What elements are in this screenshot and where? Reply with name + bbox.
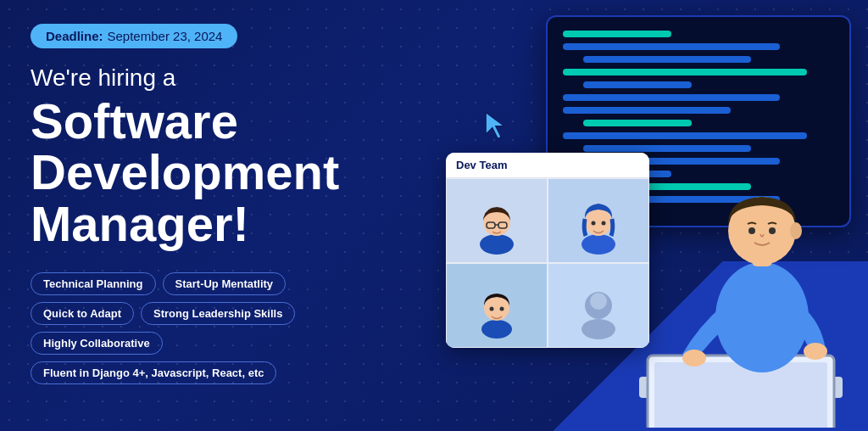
code-line xyxy=(563,69,807,76)
avatar-2 xyxy=(548,178,649,263)
svg-point-26 xyxy=(804,343,827,360)
code-line xyxy=(563,31,671,37)
code-line xyxy=(563,132,807,139)
avatar-1 xyxy=(446,178,548,263)
svg-point-24 xyxy=(769,227,776,234)
svg-point-15 xyxy=(590,293,607,310)
job-title-line2: Development xyxy=(31,147,376,199)
deadline-badge: Deadline: September 23, 2024 xyxy=(31,24,237,48)
svg-point-13 xyxy=(581,319,615,339)
tag-strong-leadership: Strong Leadership Skills xyxy=(141,302,295,325)
job-title: Software Development Manager! xyxy=(31,96,376,251)
tag-highly-collaborative: Highly Collaborative xyxy=(31,332,163,355)
svg-point-8 xyxy=(602,221,606,226)
svg-rect-18 xyxy=(654,362,827,428)
tag-technical-planning: Technical Planning xyxy=(31,272,156,295)
content-area: Deadline: September 23, 2024 We're hirin… xyxy=(0,0,868,431)
svg-point-6 xyxy=(585,209,612,236)
avatar-3 xyxy=(446,263,548,348)
tag-quick-adapt: Quick to Adapt xyxy=(31,302,134,325)
deadline-date: September 23, 2024 xyxy=(108,29,223,43)
dev-team-window: Dev Team xyxy=(446,153,649,348)
cursor-arrow xyxy=(483,110,510,144)
code-line xyxy=(583,81,692,88)
svg-point-22 xyxy=(790,222,802,239)
person-illustration xyxy=(614,139,851,431)
job-title-line3: Manager! xyxy=(31,199,376,250)
svg-point-23 xyxy=(748,227,755,234)
code-line xyxy=(583,120,692,126)
svg-point-11 xyxy=(490,307,494,311)
svg-point-9 xyxy=(481,320,512,339)
dev-team-grid xyxy=(446,178,649,348)
avatar-4 xyxy=(548,263,649,348)
job-title-line1: Software xyxy=(31,96,376,148)
right-panel: Dev Team xyxy=(407,0,868,431)
dev-team-header: Dev Team xyxy=(446,153,649,178)
svg-point-25 xyxy=(682,350,706,367)
code-line xyxy=(563,107,731,114)
hiring-text: We're hiring a xyxy=(31,64,376,92)
tag-startup-mentality: Start-Up Mentatlity xyxy=(163,272,287,295)
tags-container: Technical Planning Start-Up Mentatlity Q… xyxy=(31,272,376,384)
code-line xyxy=(563,43,780,50)
svg-point-12 xyxy=(500,307,504,311)
code-line xyxy=(563,94,780,101)
svg-point-5 xyxy=(581,234,615,255)
deadline-label: Deadline: xyxy=(46,29,103,43)
tag-fluent: Fluent in Django 4+, Javascript, React, … xyxy=(31,361,276,384)
svg-point-7 xyxy=(592,221,596,226)
code-line xyxy=(583,56,751,63)
main-container: Deadline: September 23, 2024 We're hirin… xyxy=(0,0,868,431)
left-panel: Deadline: September 23, 2024 We're hirin… xyxy=(0,0,407,431)
svg-point-0 xyxy=(480,234,514,255)
